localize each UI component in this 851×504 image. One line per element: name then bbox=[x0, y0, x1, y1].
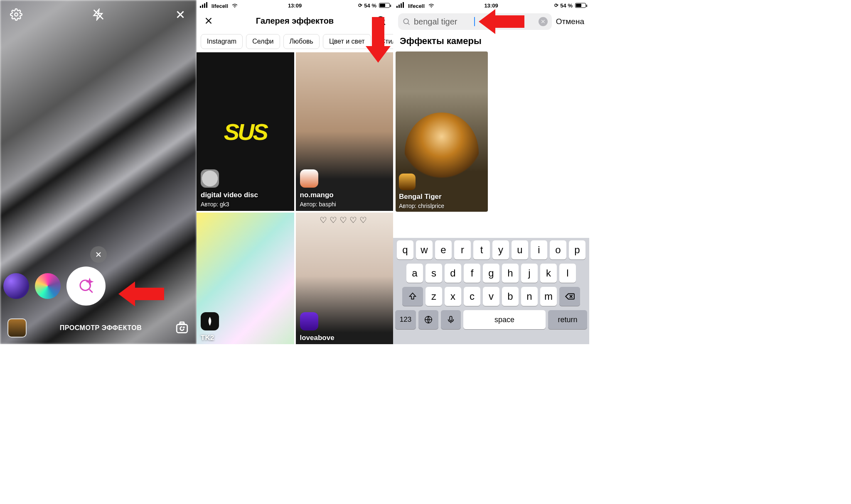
key[interactable]: l bbox=[559, 264, 576, 283]
key[interactable]: r bbox=[454, 240, 471, 259]
camera-bottom-bar: ПРОСМОТР ЭФФЕКТОВ bbox=[0, 312, 197, 344]
key[interactable]: p bbox=[569, 240, 585, 259]
key[interactable]: o bbox=[550, 240, 566, 259]
effect-carousel[interactable] bbox=[0, 265, 197, 307]
key[interactable]: y bbox=[492, 240, 509, 259]
effect-author: Автор: chrislprice bbox=[399, 203, 444, 209]
shutter-browse-effects[interactable] bbox=[66, 267, 106, 306]
space-key[interactable]: space bbox=[463, 310, 546, 329]
effect-card[interactable]: TK2 bbox=[197, 213, 294, 344]
annotation-arrow-icon bbox=[118, 281, 164, 306]
mic-key-icon[interactable] bbox=[441, 310, 461, 329]
close-x-icon[interactable] bbox=[174, 8, 187, 21]
page-title: Галерея эффектов bbox=[256, 16, 334, 26]
effect-card[interactable]: Bengal Tiger Автор: chrislprice bbox=[396, 51, 488, 212]
battery-icon bbox=[379, 3, 390, 8]
wifi-icon bbox=[231, 2, 238, 9]
key-row: a s d f g h j k l bbox=[395, 264, 587, 283]
svg-rect-3 bbox=[177, 325, 187, 333]
effect-name: loveabove bbox=[300, 334, 334, 342]
status-bar: lifecell 13:09 ⟳ 54 % bbox=[197, 0, 393, 11]
author-avatar bbox=[201, 169, 219, 188]
cancel-button[interactable]: Отмена bbox=[556, 17, 584, 26]
signal-bars-icon bbox=[396, 2, 404, 8]
key[interactable]: w bbox=[416, 240, 433, 259]
author-avatar bbox=[300, 312, 318, 330]
flash-off-icon[interactable] bbox=[92, 8, 105, 21]
search-icon bbox=[402, 17, 411, 26]
key[interactable]: x bbox=[445, 287, 461, 306]
close-x-icon[interactable] bbox=[203, 15, 214, 26]
key-row: z x c v b n m bbox=[395, 287, 587, 306]
key[interactable]: f bbox=[464, 264, 480, 283]
key[interactable]: d bbox=[445, 264, 461, 283]
effect-name: digital video disc bbox=[201, 191, 258, 199]
tiger-illustration bbox=[405, 113, 479, 193]
carrier-name: lifecell bbox=[408, 3, 425, 9]
key[interactable]: g bbox=[483, 264, 499, 283]
signal-bars-icon bbox=[200, 2, 207, 8]
carrier-name: lifecell bbox=[212, 3, 228, 9]
wifi-icon bbox=[428, 2, 435, 9]
category-chips[interactable]: Instagram Селфи Любовь Цвет и свет Стиль bbox=[197, 31, 393, 52]
dismiss-effect-chip[interactable] bbox=[90, 246, 107, 263]
effect-orb[interactable] bbox=[35, 273, 61, 299]
key[interactable]: e bbox=[435, 240, 452, 259]
shift-key-icon[interactable] bbox=[402, 287, 423, 306]
battery-percent: 54 % bbox=[560, 2, 573, 9]
status-time: 13:09 bbox=[484, 2, 498, 9]
key[interactable]: b bbox=[502, 287, 519, 306]
globe-key-icon[interactable] bbox=[418, 310, 438, 329]
switch-camera-icon[interactable] bbox=[175, 321, 189, 335]
backspace-key-icon[interactable] bbox=[559, 287, 580, 306]
key[interactable]: h bbox=[502, 264, 519, 283]
svg-point-0 bbox=[15, 13, 18, 16]
effect-card[interactable]: ♡♡♡♡♡ loveabove bbox=[296, 213, 394, 344]
effects-grid: SUS digital video disc Автор: gk3 no.man… bbox=[197, 52, 393, 344]
key[interactable]: s bbox=[426, 264, 442, 283]
effect-name: TK2 bbox=[201, 334, 214, 342]
key-row: 123 space return bbox=[395, 310, 587, 329]
category-chip[interactable]: Цвет и свет bbox=[323, 34, 371, 49]
view-effects-label[interactable]: ПРОСМОТР ЭФФЕКТОВ bbox=[60, 324, 142, 332]
ios-keyboard[interactable]: q w e r t y u i o p a s d f g h j k l bbox=[393, 238, 589, 344]
gallery-header: Галерея эффектов bbox=[197, 11, 393, 31]
gallery-thumbnail[interactable] bbox=[7, 318, 27, 338]
key[interactable]: c bbox=[464, 287, 480, 306]
key[interactable]: m bbox=[540, 287, 557, 306]
category-chip[interactable]: Любовь bbox=[283, 34, 320, 49]
category-chip[interactable]: Instagram bbox=[201, 34, 243, 49]
battery-percent: 54 % bbox=[364, 2, 376, 9]
effect-name: Bengal Tiger bbox=[399, 193, 442, 201]
key[interactable]: i bbox=[531, 240, 547, 259]
author-avatar bbox=[300, 169, 318, 188]
section-heading: Эффекты камеры bbox=[393, 32, 589, 51]
svg-rect-7 bbox=[450, 316, 452, 321]
effect-card[interactable]: no.mango Автор: basphi bbox=[296, 52, 394, 211]
key[interactable]: j bbox=[521, 264, 538, 283]
battery-icon bbox=[575, 3, 586, 8]
key[interactable]: z bbox=[426, 287, 442, 306]
key[interactable]: k bbox=[540, 264, 557, 283]
numbers-key[interactable]: 123 bbox=[395, 310, 416, 329]
search-input[interactable]: bengal tiger ✕ bbox=[398, 13, 552, 30]
clear-search-icon[interactable]: ✕ bbox=[539, 17, 548, 26]
key[interactable]: n bbox=[521, 287, 538, 306]
effect-author: Автор: gk3 bbox=[201, 201, 229, 208]
key[interactable]: q bbox=[397, 240, 413, 259]
key[interactable]: a bbox=[406, 264, 423, 283]
key[interactable]: u bbox=[512, 240, 528, 259]
text-cursor bbox=[474, 17, 475, 26]
key[interactable]: v bbox=[483, 287, 499, 306]
category-chip[interactable]: Селфи bbox=[246, 34, 280, 49]
status-time: 13:09 bbox=[288, 2, 302, 9]
effect-orb[interactable] bbox=[3, 273, 29, 299]
key[interactable]: t bbox=[473, 240, 490, 259]
settings-gear-icon[interactable] bbox=[10, 8, 22, 21]
effects-gallery-screen: lifecell 13:09 ⟳ 54 % Галерея эффектов I… bbox=[197, 0, 393, 344]
author-avatar bbox=[399, 174, 416, 190]
effect-card[interactable]: SUS digital video disc Автор: gk3 bbox=[197, 52, 294, 211]
effect-name: no.mango bbox=[300, 191, 334, 199]
return-key[interactable]: return bbox=[548, 310, 587, 329]
camera-top-toolbar bbox=[0, 4, 197, 25]
